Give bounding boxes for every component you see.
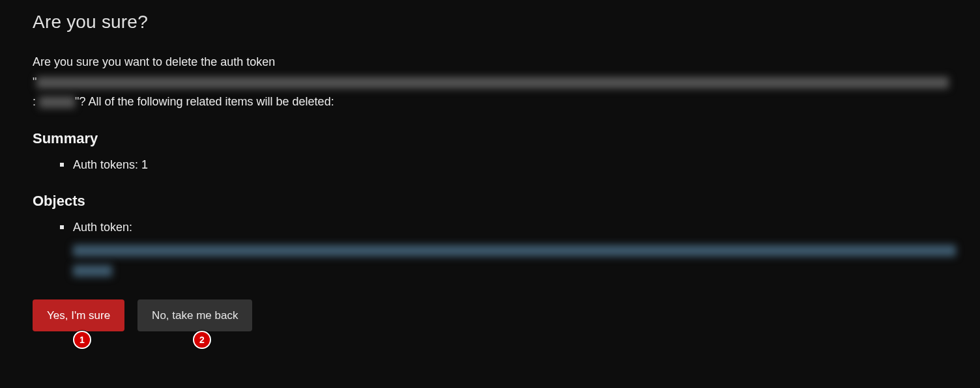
- redacted-object-link-line1[interactable]: [73, 245, 956, 256]
- annotation-marker-1: 1: [73, 331, 91, 349]
- summary-heading: Summary: [33, 130, 947, 147]
- action-bar: Yes, I'm sure No, take me back: [33, 299, 947, 331]
- summary-item-label: Auth tokens: [73, 158, 135, 171]
- redacted-token-line2: [39, 96, 75, 108]
- summary-item: Auth tokens: 1: [60, 155, 947, 175]
- object-item: Auth token:: [60, 217, 947, 280]
- annotation-marker-2: 2: [193, 331, 211, 349]
- redacted-object-link-line2[interactable]: [73, 265, 112, 277]
- summary-item-count: 1: [141, 158, 148, 171]
- summary-item-sep: :: [135, 158, 141, 171]
- confirm-prefix: Are you sure you want to delete the auth…: [33, 55, 275, 68]
- objects-list: Auth token:: [33, 217, 947, 280]
- objects-heading: Objects: [33, 193, 947, 210]
- summary-list: Auth tokens: 1: [33, 155, 947, 175]
- sep-prefix: :: [33, 95, 39, 108]
- close-quote: "?: [75, 95, 88, 108]
- cancel-button[interactable]: No, take me back: [137, 299, 252, 331]
- redacted-token-line1: [36, 77, 949, 89]
- confirm-suffix: All of the following related items will …: [88, 95, 334, 108]
- confirm-paragraph: Are you sure you want to delete the auth…: [33, 52, 947, 112]
- confirm-delete-button[interactable]: Yes, I'm sure: [33, 299, 124, 331]
- page-title: Are you sure?: [33, 12, 947, 33]
- object-item-label: Auth token:: [73, 221, 132, 234]
